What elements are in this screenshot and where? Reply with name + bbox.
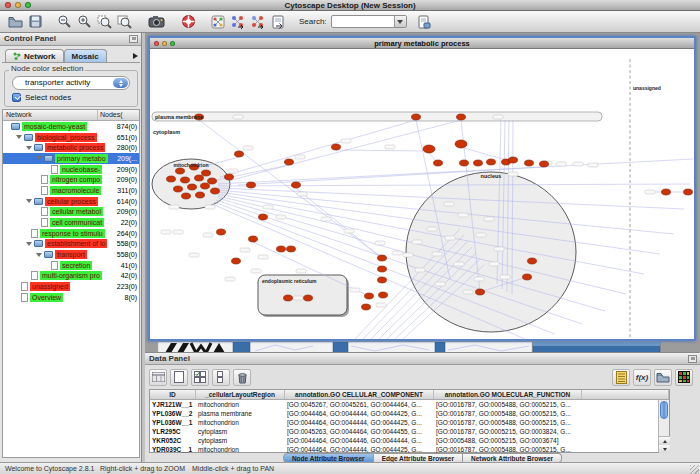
network-node[interactable]: [182, 193, 191, 199]
tree-item-macromolecule[interactable]: macromolecule311(0): [3, 185, 139, 196]
matrix-view-icon[interactable]: [675, 369, 693, 386]
network-node[interactable]: [277, 246, 286, 252]
table-cell[interactable]: YPL036W__1: [150, 418, 196, 427]
tree-item-establishment-of-lo[interactable]: establishment of lo558(0): [3, 239, 139, 250]
import-document-icon[interactable]: [269, 13, 286, 30]
network-node[interactable]: [232, 258, 241, 264]
tree-item-unassigned[interactable]: unassigned223(0): [3, 281, 139, 292]
network-node[interactable]: [476, 289, 485, 295]
tree-item-multi-organism-pro[interactable]: multi-organism pro42(0): [3, 271, 139, 282]
select-nodes-checkbox[interactable]: [12, 93, 21, 102]
snapshot-icon[interactable]: [148, 13, 165, 30]
tree-item-primary-metabo[interactable]: primary metabo209(...: [3, 153, 139, 164]
tree-item-response-to-stimulu[interactable]: response to stimulu264(0): [3, 228, 139, 239]
tree-item-transport[interactable]: transport558(0): [3, 249, 139, 260]
network-node[interactable]: [217, 229, 226, 235]
zoom-selected-region-icon[interactable]: [96, 13, 113, 30]
table-cell[interactable]: YKR052C: [150, 436, 196, 445]
table-cell[interactable]: [GO:0016787, GO:0005488, GO:0005215, G..…: [434, 418, 582, 427]
import-network-icon[interactable]: [229, 13, 246, 30]
table-cell[interactable]: mitochondrion: [196, 418, 285, 427]
network-node[interactable]: [196, 192, 205, 198]
network-node[interactable]: [174, 186, 183, 192]
attribute-list-icon[interactable]: [612, 369, 630, 386]
network-canvas[interactable]: plasma membranecytoplasmmitochondrionnuc…: [150, 49, 694, 339]
network-node[interactable]: [509, 157, 518, 163]
search-dropdown-icon[interactable]: [394, 16, 406, 27]
table-row[interactable]: YJR121W__1mitochondrion[GO:0045267, GO:0…: [150, 400, 669, 409]
table-scrollbar[interactable]: [658, 400, 669, 452]
tree-item-metabolic-process[interactable]: metabolic process280(0): [3, 142, 139, 153]
zoom-fit-icon[interactable]: [116, 13, 133, 30]
tab-network[interactable]: Network: [5, 49, 64, 62]
tab-mosaic[interactable]: Mosaic: [64, 49, 107, 62]
network-window-titlebar[interactable]: primary metabolic process: [150, 38, 694, 49]
network-zoom-icon[interactable]: [170, 41, 175, 46]
network-node[interactable]: [287, 246, 296, 252]
table-cell[interactable]: [GO:0044464, GO:0044444, GO:0044425, G..…: [285, 409, 434, 418]
table-cell[interactable]: [GO:0005488, GO:0005215, GO:0003674]: [434, 436, 582, 445]
resize-grip[interactable]: [690, 465, 699, 474]
table-cell[interactable]: YPL036W__2: [150, 409, 196, 418]
network-node[interactable]: [365, 293, 374, 299]
zoom-out-icon[interactable]: [56, 13, 73, 30]
refresh-attributes-icon[interactable]: [416, 13, 433, 30]
network-node[interactable]: [684, 189, 693, 195]
network-node[interactable]: [181, 177, 190, 183]
network-close-icon[interactable]: [154, 41, 159, 46]
create-network-icon[interactable]: [209, 13, 226, 30]
network-node[interactable]: [378, 277, 387, 283]
table-cell[interactable]: [GO:0016787, GO:0005488, GO:0005215, G..…: [434, 400, 582, 409]
network-node[interactable]: [176, 168, 185, 174]
network-node[interactable]: [434, 160, 443, 166]
tree-item-nitrogen-compo[interactable]: nitrogen compo209(0): [3, 174, 139, 185]
tree-column-network[interactable]: Network: [3, 110, 98, 120]
unselect-attributes-icon[interactable]: [212, 369, 230, 386]
network-node[interactable]: [211, 188, 220, 194]
import-attributes-icon[interactable]: [654, 369, 672, 386]
column-header[interactable]: annotation.GO MOLECULAR_FUNCTION: [434, 390, 582, 399]
tree-column-nodes[interactable]: Nodes(: [98, 110, 139, 120]
network-node[interactable]: [457, 114, 466, 120]
network-node[interactable]: [412, 114, 421, 120]
table-row[interactable]: YPL036W__2plasma membrane[GO:0044464, GO…: [150, 409, 669, 418]
tree-item-mosaic-demo-yeast[interactable]: mosaic-demo-yeast874(0): [3, 121, 139, 132]
network-node[interactable]: [249, 236, 258, 242]
table-cell[interactable]: [GO:0045263, GO:0044464, GO:0044455, G..…: [285, 427, 434, 436]
table-cell[interactable]: [GO:0016787, GO:0005215, GO:0003824, G..…: [434, 427, 582, 436]
network-node[interactable]: [362, 304, 371, 310]
table-cell[interactable]: [GO:0044464, GO:0044444, GO:0044425, G..…: [285, 418, 434, 427]
table-cell[interactable]: mitochondrion: [196, 400, 285, 409]
network-node[interactable]: [523, 274, 532, 280]
network-node[interactable]: [225, 174, 234, 180]
tree-item-overview[interactable]: Overview8(0): [3, 292, 139, 303]
network-node[interactable]: [285, 159, 294, 165]
column-header[interactable]: annotation.GO CELLULAR_COMPONENT: [285, 390, 434, 399]
attribute-table-icon[interactable]: [149, 369, 167, 386]
table-cell[interactable]: YLR295C: [150, 427, 196, 436]
float-data-panel-icon[interactable]: [688, 355, 697, 363]
tree-item-cellular-process[interactable]: cellular process614(0): [3, 196, 139, 207]
tree-item-cell-communicat[interactable]: cell communicat22(0): [3, 217, 139, 228]
zoom-in-icon[interactable]: [76, 13, 93, 30]
search-input[interactable]: [333, 16, 393, 27]
new-attribute-icon[interactable]: [170, 369, 188, 386]
network-node[interactable]: [378, 266, 387, 272]
network-node[interactable]: [332, 144, 341, 150]
network-node[interactable]: [528, 258, 537, 264]
node-color-dropdown[interactable]: transporter activity: [12, 76, 130, 90]
function-builder-icon[interactable]: f(x): [633, 369, 651, 386]
scroll-down-icon[interactable]: [659, 445, 670, 453]
tab-overflow-icon[interactable]: [133, 53, 138, 59]
tree-item-secretion[interactable]: secretion41(0): [3, 260, 139, 271]
network-node[interactable]: [540, 161, 549, 167]
network-node[interactable]: [167, 176, 176, 182]
network-node[interactable]: [487, 159, 496, 165]
column-header[interactable]: ID: [150, 390, 196, 399]
network-node[interactable]: [188, 184, 197, 190]
network-node[interactable]: [292, 182, 301, 188]
table-cell[interactable]: [GO:0016787, GO:0005488, GO:0005215, G..…: [434, 409, 582, 418]
save-session-icon[interactable]: [27, 13, 44, 30]
table-row[interactable]: YPL036W__1mitochondrion[GO:0044464, GO:0…: [150, 418, 669, 427]
network-node[interactable]: [195, 175, 204, 181]
